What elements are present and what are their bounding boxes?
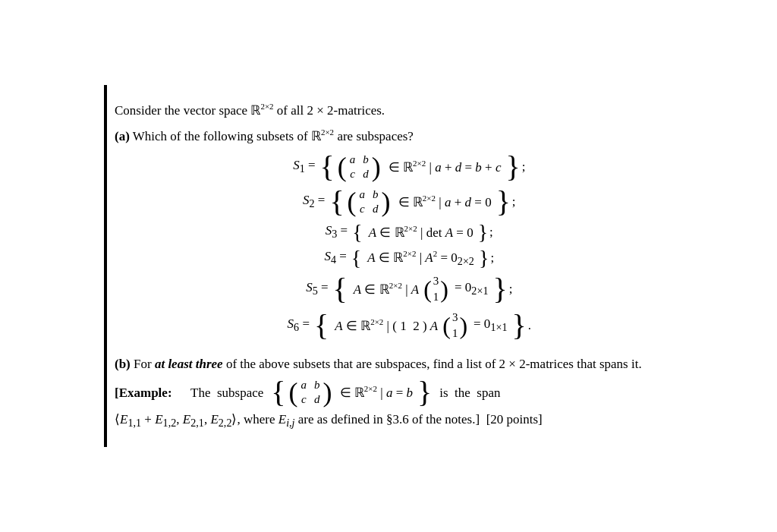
s5-vec-top: 3 <box>433 273 439 289</box>
s1-matrix: ( a b c d ) <box>338 153 381 182</box>
s1-label: S1 = <box>278 158 316 175</box>
s6-colvec: ( 3 1 ) <box>442 310 467 342</box>
part-b-text: (b) For at least three of the above subs… <box>115 354 688 374</box>
s6-lparen: ( <box>442 313 451 338</box>
s2-close-brace: } <box>496 187 511 217</box>
s1-matrix-content: a b c d <box>347 153 372 182</box>
s3-close-brace: } <box>478 222 488 243</box>
s4-semicolon: ; <box>490 250 494 266</box>
s6-vec-content: 3 1 <box>451 310 460 342</box>
set-s2-display: S2 = { ( a b c d ) ∈ ℝ2×2 | a + d = 0 } … <box>115 187 688 217</box>
s2-in: ∈ ℝ2×2 | a + d = 0 <box>398 194 492 210</box>
s5-close-brace: } <box>492 274 507 304</box>
ex-lparen: ( <box>289 379 298 406</box>
s2-label: S2 = <box>287 193 325 210</box>
s1-cell-c: c <box>350 167 356 182</box>
s3-condition: A ∈ ℝ2×2 | det A = 0 <box>369 224 473 241</box>
part-a-label: (a) <box>115 129 130 143</box>
part-b-label: (b) <box>115 357 131 371</box>
ex-cell-a: a <box>301 378 307 393</box>
set-s5: S5 = { A ∈ ℝ2×2 | A ( 3 1 ) = 02×1 } ; <box>291 273 513 305</box>
s6-semicolon: . <box>528 318 531 333</box>
s6-open-brace: { <box>314 310 329 341</box>
set-s4: S4 = { A ∈ ℝ2×2 | A2 = 02×2 } ; <box>309 247 494 269</box>
s5-lparen: ( <box>423 277 432 301</box>
s1-cell-d: d <box>363 167 369 182</box>
s5-condition: A ∈ ℝ2×2 | A <box>354 281 419 297</box>
s3-open-brace: { <box>352 222 362 243</box>
part-b: (b) For at least three of the above subs… <box>115 354 688 432</box>
s2-matrix-content: a b c d <box>357 187 382 217</box>
s4-condition: A ∈ ℝ2×2 | A2 = 02×2 <box>367 249 474 268</box>
s5-eq: = 02×1 <box>455 280 488 297</box>
s2-matrix: ( a b c d ) <box>348 187 391 217</box>
s1-lparen: ( <box>338 153 347 181</box>
set-s6: S6 = { A ∈ ℝ2×2 | ( 1 2 ) A ( 3 1 ) = 01… <box>272 310 531 342</box>
set-s2: S2 = { ( a b c d ) ∈ ℝ2×2 | a + d = 0 } … <box>287 187 515 217</box>
example-text2: is the span <box>439 382 500 403</box>
set-s1: S1 = { ( a b c d ) ∈ ℝ2×2 | a + d = b + … <box>278 152 526 182</box>
ex-matrix: ( a b c d ) <box>289 378 332 408</box>
ex-rparen: ) <box>323 379 332 406</box>
last-line: ⟨E1,1 + E1,2, E2,1, E2,2⟩, where Ei,j ar… <box>115 409 688 432</box>
set-s3: S3 = { A ∈ ℝ2×2 | det A = 0 } ; <box>310 222 493 243</box>
set-s5-display: S5 = { A ∈ ℝ2×2 | A ( 3 1 ) = 02×1 } ; <box>115 273 688 305</box>
ex-cell-d: d <box>314 392 320 408</box>
s2-semicolon: ; <box>512 194 516 209</box>
s6-vec-top: 3 <box>452 310 458 326</box>
s3-semicolon: ; <box>489 225 493 240</box>
ex-cell-b: b <box>314 378 320 393</box>
s2-cell-c: c <box>360 202 366 217</box>
example-label: [Example: <box>115 382 183 403</box>
ex-cell-c: c <box>301 392 307 408</box>
s6-rparen: ) <box>459 313 467 338</box>
s3-label: S3 = <box>310 223 348 241</box>
ex-open-brace: { <box>271 377 285 408</box>
example-set: { ( a b c d ) ∈ ℝ2×2 | a = b } <box>271 377 432 408</box>
s4-open-brace: { <box>351 247 361 269</box>
s5-label: S5 = <box>291 280 329 297</box>
s2-open-brace: { <box>329 187 344 217</box>
s4-close-brace: } <box>479 247 489 269</box>
ex-matrix-content: a b c d <box>298 378 323 408</box>
s2-cell-a: a <box>360 187 366 203</box>
ex-in: ∈ ℝ2×2 | a = b <box>340 382 413 403</box>
at-least-three: at least three <box>155 357 223 371</box>
s6-vec-bot: 1 <box>452 326 458 342</box>
s5-vec-bot: 1 <box>433 289 439 305</box>
s2-rparen: ) <box>382 188 391 216</box>
set-s1-display: S1 = { ( a b c d ) ∈ ℝ2×2 | a + d = b + … <box>115 152 688 182</box>
s1-semicolon: ; <box>522 159 526 175</box>
s1-in: ∈ ℝ2×2 | a + d = b + c <box>388 159 502 175</box>
s5-open-brace: { <box>333 274 348 304</box>
s2-lparen: ( <box>348 188 357 216</box>
s5-semicolon: ; <box>509 282 513 297</box>
example-text1: The subspace <box>190 382 263 403</box>
set-s3-display: S3 = { A ∈ ℝ2×2 | det A = 0 } ; <box>115 222 688 243</box>
set-s6-display: S6 = { A ∈ ℝ2×2 | ( 1 2 ) A ( 3 1 ) = 01… <box>115 310 688 342</box>
s6-label: S6 = <box>272 316 310 334</box>
s6-eq: = 01×1 <box>473 316 507 334</box>
s1-open-brace: { <box>320 152 335 182</box>
s1-cell-a: a <box>350 153 356 168</box>
s4-label: S4 = <box>309 249 347 266</box>
ex-close-brace: } <box>417 377 432 408</box>
s1-close-brace: } <box>505 152 520 182</box>
content-box: Consider the vector space ℝ2×2 of all 2 … <box>104 85 696 448</box>
s6-close-brace: } <box>512 310 527 341</box>
intro-text-line2: (a) Which of the following subsets of ℝ2… <box>115 126 688 146</box>
page-container: Consider the vector space ℝ2×2 of all 2 … <box>0 0 777 532</box>
s6-condition: A ∈ ℝ2×2 | ( 1 2 ) A <box>335 317 438 334</box>
s5-vec-content: 3 1 <box>432 273 441 305</box>
s1-cell-b: b <box>363 153 369 168</box>
s2-cell-b: b <box>373 187 379 203</box>
example-line: [Example: The subspace { ( a b c d ) <box>115 377 688 408</box>
s5-colvec: ( 3 1 ) <box>423 273 448 305</box>
s1-rparen: ) <box>372 153 381 181</box>
intro-text-line1: Consider the vector space ℝ2×2 of all 2 … <box>115 100 688 120</box>
s5-rparen: ) <box>440 277 448 301</box>
set-s4-display: S4 = { A ∈ ℝ2×2 | A2 = 02×2 } ; <box>115 247 688 269</box>
s2-cell-d: d <box>373 202 379 217</box>
